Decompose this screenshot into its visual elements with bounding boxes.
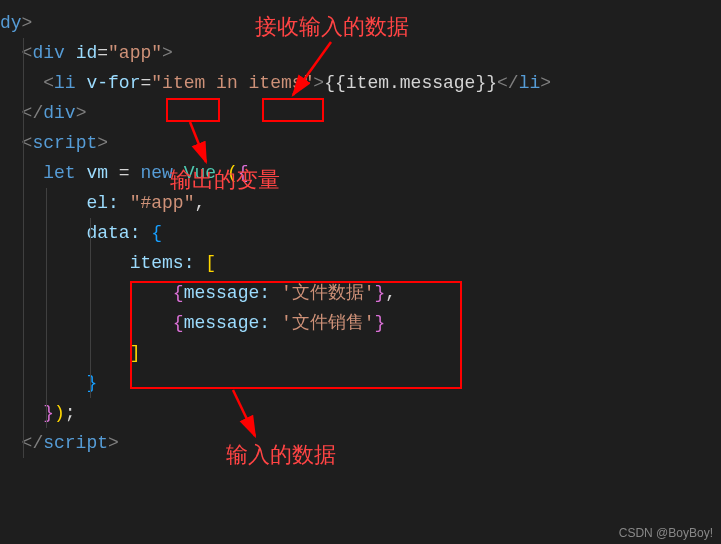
- code-line: }: [0, 368, 721, 398]
- code-line: </script>: [0, 428, 721, 458]
- code-line: <li v-for="item in items">{{item.message…: [0, 68, 721, 98]
- code-line: });: [0, 398, 721, 428]
- code-line: items: [: [0, 248, 721, 278]
- annotation-mid: 输出的变量: [170, 165, 280, 195]
- code-line: let vm = new Vue ({: [0, 158, 721, 188]
- tag-fragment: dy: [0, 13, 22, 33]
- watermark: CSDN @BoyBoy!: [619, 526, 713, 540]
- code-line: <div id="app">: [0, 38, 721, 68]
- code-line: </div>: [0, 98, 721, 128]
- code-line: <script>: [0, 128, 721, 158]
- code-line: {message: '文件数据'},: [0, 278, 721, 308]
- indent-guide: [90, 218, 91, 398]
- code-line: {message: '文件销售'}: [0, 308, 721, 338]
- code-line: ]: [0, 338, 721, 368]
- indent-guide: [23, 38, 24, 458]
- indent-guide: [46, 188, 47, 428]
- annotation-bottom: 输入的数据: [226, 440, 336, 470]
- annotation-top: 接收输入的数据: [255, 12, 409, 42]
- code-line: data: {: [0, 218, 721, 248]
- code-line: el: "#app",: [0, 188, 721, 218]
